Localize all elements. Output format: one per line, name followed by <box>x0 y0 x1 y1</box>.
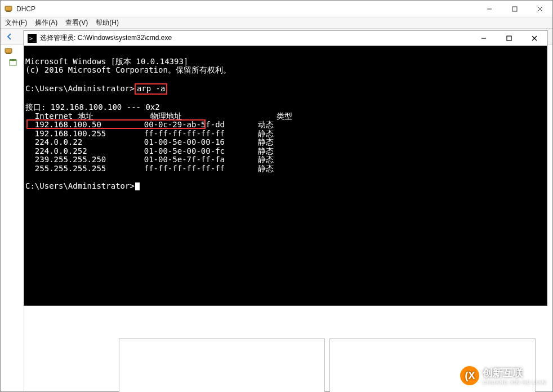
svg-rect-6 <box>5 48 12 53</box>
terminal-prompt-line: C:\Users\Administrator>arp -a <box>24 84 167 93</box>
arp-table-row: 239.255.255.250 01-00-5e-7f-ff-fa 静态 <box>24 155 274 164</box>
dhcp-tree[interactable] <box>1 44 24 391</box>
terminal-prompt: C:\Users\Administrator> <box>25 84 135 93</box>
dhcp-panel-left[interactable] <box>119 338 325 392</box>
terminal-line: (c) 2016 Microsoft Corporation。保留所有权利。 <box>24 65 231 74</box>
svg-rect-7 <box>6 53 11 54</box>
tree-node-icon[interactable] <box>8 58 17 67</box>
terminal-line: 接口: 192.168.100.100 --- 0x2 <box>24 103 160 112</box>
cmd-maximize-button[interactable] <box>496 30 521 47</box>
terminal-line <box>24 74 25 83</box>
menu-view[interactable]: 查看(V) <box>65 18 88 28</box>
watermark: (X 创新互联 CHUANG XIN HU LIAN <box>460 366 546 385</box>
watermark-brand: 创新互联 <box>483 367 523 378</box>
watermark-sub: CHUANG XIN HU LIAN <box>483 380 546 385</box>
cmd-icon: >_ <box>28 34 37 43</box>
tree-root-icon[interactable] <box>4 47 13 56</box>
cmd-titlebar[interactable]: >_ 选择管理员: C:\Windows\system32\cmd.exe <box>24 30 547 46</box>
dhcp-icon <box>4 5 13 14</box>
terminal-line: Microsoft Windows [版本 10.0.14393] <box>24 57 188 66</box>
terminal-prompt-line: C:\Users\Administrator> <box>24 181 140 190</box>
svg-rect-8 <box>10 60 16 65</box>
svg-text:>_: >_ <box>29 35 37 42</box>
menu-help[interactable]: 帮助(H) <box>96 18 119 28</box>
menu-action[interactable]: 操作(A) <box>35 18 57 28</box>
svg-rect-3 <box>512 7 517 11</box>
cmd-terminal[interactable]: Microsoft Windows [版本 10.0.14393] (c) 20… <box>24 46 547 305</box>
watermark-text: 创新互联 CHUANG XIN HU LIAN <box>483 366 546 385</box>
minimize-button[interactable] <box>476 1 502 17</box>
cmd-minimize-button[interactable] <box>471 30 496 47</box>
dhcp-title: DHCP <box>16 5 476 13</box>
dhcp-menubar: 文件(F) 操作(A) 查看(V) 帮助(H) <box>1 17 552 29</box>
terminal-line <box>24 172 25 181</box>
toolbar-back-button[interactable] <box>3 30 16 43</box>
svg-rect-1 <box>6 11 11 12</box>
terminal-prompt: C:\Users\Administrator> <box>25 181 135 190</box>
cmd-title: 选择管理员: C:\Windows\system32\cmd.exe <box>40 33 471 43</box>
cmd-window-controls <box>471 30 547 47</box>
cmd-close-button[interactable] <box>521 30 547 47</box>
dhcp-titlebar[interactable]: DHCP <box>1 1 552 17</box>
svg-rect-0 <box>5 6 12 11</box>
dhcp-window-controls <box>476 1 552 17</box>
menu-file[interactable]: 文件(F) <box>5 18 27 28</box>
arp-table-row: 192.168.100.255 ff-ff-ff-ff-ff-ff 静态 <box>24 129 274 138</box>
terminal-line <box>24 94 25 103</box>
highlighted-command: arp -a <box>135 83 168 95</box>
arp-table-row: 224.0.0.22 01-00-5e-00-00-16 静态 <box>24 137 274 146</box>
maximize-button[interactable] <box>502 1 527 17</box>
close-button[interactable] <box>527 1 552 17</box>
svg-rect-13 <box>507 36 511 41</box>
watermark-badge-icon: (X <box>460 366 479 385</box>
highlighted-arp-row-box <box>26 119 206 129</box>
arp-table-row: 255.255.255.255 ff-ff-ff-ff-ff-ff 静态 <box>24 164 274 173</box>
arp-table-row: 224.0.0.252 01-00-5e-00-00-fc 静态 <box>24 146 274 155</box>
cmd-window: >_ 选择管理员: C:\Windows\system32\cmd.exe Mi… <box>24 30 547 306</box>
svg-rect-9 <box>10 59 16 61</box>
terminal-cursor <box>135 182 140 190</box>
